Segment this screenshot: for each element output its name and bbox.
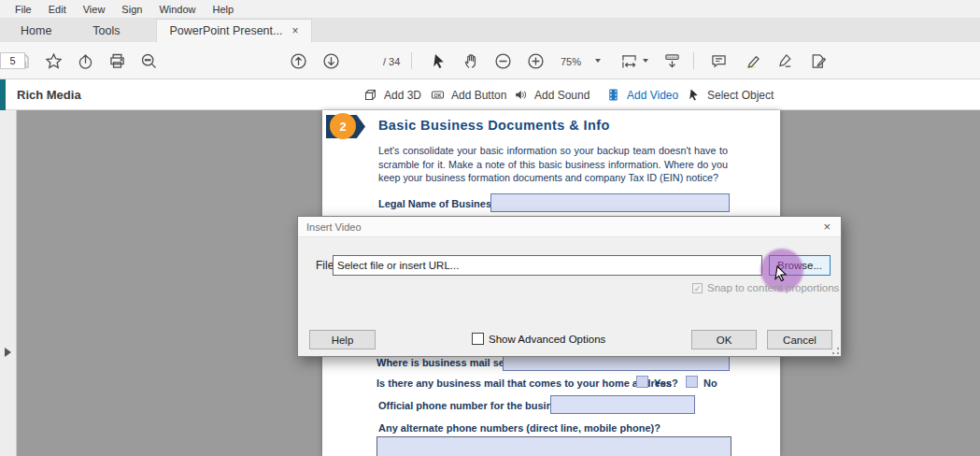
- tab-close-icon[interactable]: ×: [291, 24, 298, 37]
- mail-sent-label: Where is business mail sent?: [376, 357, 520, 368]
- previous-page-icon[interactable]: [288, 50, 308, 71]
- tab-bar: Home Tools PowerPoint Present... ×: [0, 19, 980, 42]
- select-object-label: Select Object: [707, 89, 774, 102]
- add-sound-label: Add Sound: [534, 89, 589, 102]
- filmstrip-icon: [605, 87, 621, 103]
- dialog-resize-grip[interactable]: [832, 348, 839, 354]
- menu-view[interactable]: View: [76, 2, 113, 17]
- dialog-title: Insert Video: [306, 221, 362, 233]
- section-number-badge: 2: [330, 113, 356, 139]
- zoom-out-icon[interactable]: [492, 50, 513, 71]
- cancel-button[interactable]: Cancel: [767, 330, 832, 349]
- add-sound-button[interactable]: Add Sound: [513, 79, 589, 110]
- file-input[interactable]: [333, 255, 762, 276]
- add-3d-label: Add 3D: [384, 89, 421, 102]
- acrobat-window: File Edit View Sign Window Help Home Too…: [0, 0, 980, 456]
- advanced-options-option[interactable]: Show Advanced Options: [472, 333, 605, 345]
- menu-help[interactable]: Help: [206, 2, 242, 17]
- phone-label: Official phone number for the business:: [378, 400, 573, 411]
- page-number-input[interactable]: 5: [0, 52, 25, 69]
- select-object-cursor-icon: [686, 87, 702, 103]
- tab-home[interactable]: Home: [0, 19, 72, 42]
- hide-toolbar-icon[interactable]: [661, 50, 682, 71]
- add-video-label: Add Video: [627, 89, 678, 102]
- document-heading: Basic Business Documents & Info: [378, 118, 610, 133]
- add-button-label: Add Button: [451, 89, 506, 102]
- rich-media-bar: Rich Media Add 3D OK Add Button Add Soun…: [0, 79, 980, 110]
- insert-video-dialog: Insert Video × File: Browse... ✓ Snap to…: [297, 216, 842, 357]
- rich-media-title: Rich Media: [17, 88, 81, 102]
- highlight-icon[interactable]: [742, 50, 762, 71]
- svg-text:OK: OK: [434, 93, 442, 98]
- rich-media-accent: [0, 79, 6, 110]
- dialog-close-icon[interactable]: ×: [823, 220, 831, 234]
- ok-button[interactable]: OK: [691, 330, 757, 349]
- browse-button[interactable]: Browse...: [769, 255, 831, 276]
- tab-tools[interactable]: Tools: [72, 19, 140, 42]
- menu-edit[interactable]: Edit: [41, 2, 74, 17]
- page-fit-caret-icon[interactable]: [643, 59, 648, 63]
- legal-name-field[interactable]: [490, 193, 730, 212]
- select-object-button[interactable]: Select Object: [686, 79, 774, 110]
- select-tool-icon[interactable]: [428, 50, 448, 71]
- dialog-title-bar[interactable]: Insert Video ×: [298, 217, 841, 237]
- snap-label: Snap to content proportions: [707, 282, 839, 293]
- advanced-options-label: Show Advanced Options: [489, 334, 605, 345]
- speaker-icon: [513, 87, 529, 103]
- hand-tool-icon[interactable]: [461, 50, 481, 71]
- zoom-level-value[interactable]: 75%: [561, 56, 581, 67]
- toolbar-divider: [411, 52, 412, 69]
- no-checkbox[interactable]: [686, 376, 698, 388]
- next-page-icon[interactable]: [320, 50, 341, 71]
- zoom-in-icon[interactable]: [525, 50, 546, 71]
- share-icon[interactable]: [75, 50, 95, 71]
- advanced-options-checkbox[interactable]: [472, 333, 484, 345]
- yes-checkbox[interactable]: [636, 376, 648, 388]
- help-button[interactable]: Help: [309, 330, 376, 349]
- menu-window[interactable]: Window: [151, 2, 203, 17]
- search-icon[interactable]: [138, 50, 159, 71]
- fill-sign-icon[interactable]: [807, 50, 828, 71]
- alt-phone-label: Any alternate phone numbers (direct line…: [378, 422, 660, 434]
- snap-checkbox: ✓: [692, 283, 703, 293]
- menu-sign[interactable]: Sign: [114, 2, 149, 17]
- add-video-button[interactable]: Add Video: [605, 79, 678, 110]
- alt-phone-field[interactable]: [376, 436, 731, 456]
- legal-name-label: Legal Name of Business:: [378, 198, 501, 209]
- cube-3d-icon: [362, 87, 378, 103]
- tab-document[interactable]: PowerPoint Present... ×: [156, 19, 313, 42]
- zoom-level-caret-icon[interactable]: [595, 59, 601, 63]
- add-button-button[interactable]: OK Add Button: [430, 79, 506, 110]
- star-favorites-icon[interactable]: [43, 50, 64, 71]
- page-fit-icon[interactable]: [618, 50, 639, 71]
- no-label: No: [703, 378, 717, 389]
- menu-file[interactable]: File: [7, 2, 39, 17]
- document-paragraph: Let's consolidate your basic information…: [378, 144, 728, 185]
- print-icon[interactable]: [107, 50, 127, 71]
- add-3d-button[interactable]: Add 3D: [362, 79, 421, 110]
- toolbar-divider: [693, 52, 694, 69]
- expand-panel-icon[interactable]: [5, 348, 11, 357]
- left-panel-strip: [0, 110, 17, 456]
- phone-field[interactable]: [550, 395, 695, 414]
- menu-bar: File Edit View Sign Window Help: [0, 0, 980, 19]
- comment-icon[interactable]: [708, 50, 729, 71]
- yes-label: Yes: [654, 378, 672, 389]
- tab-document-label: PowerPoint Present...: [170, 24, 283, 37]
- main-toolbar: 5 / 34 75%: [0, 42, 980, 79]
- home-address-label: Is there any business mail that comes to…: [376, 378, 678, 389]
- sign-icon[interactable]: [774, 50, 795, 71]
- ok-button-icon: OK: [430, 87, 446, 103]
- snap-proportions-option: ✓ Snap to content proportions: [692, 282, 839, 293]
- page-count-label: / 34: [383, 56, 400, 67]
